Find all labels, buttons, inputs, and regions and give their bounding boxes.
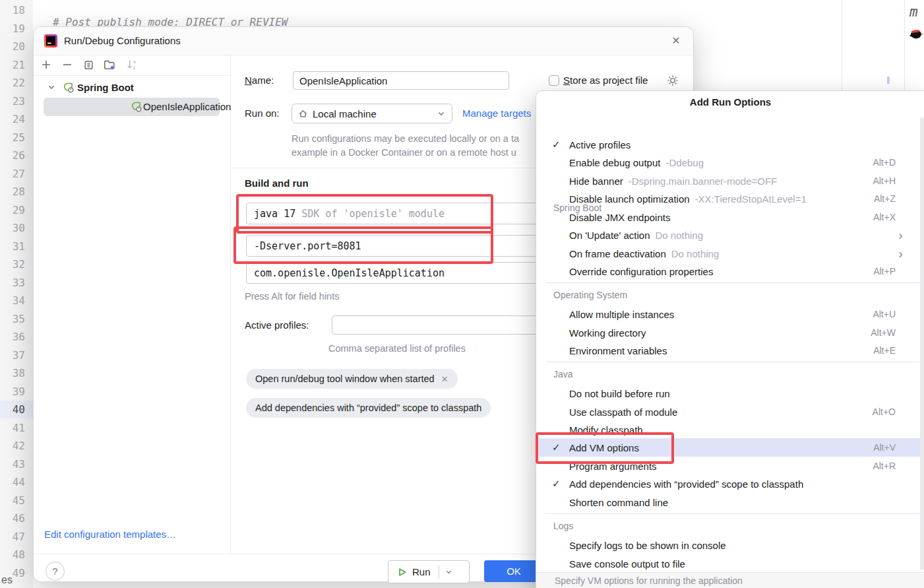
active-profiles-label: Active profiles: (245, 315, 309, 335)
line-number: 39 (0, 383, 25, 401)
line-number: 19 (0, 20, 25, 38)
line-number: 18 (0, 1, 25, 19)
edit-configuration-templates-link[interactable]: Edit configuration templates… (44, 529, 176, 540)
add-configuration-button[interactable] (40, 59, 52, 71)
main-class-value: com.openisle.OpenIsleApplication (254, 267, 445, 279)
line-number: 37 (0, 346, 25, 364)
run-on-label: Run on: (245, 104, 280, 123)
menu-item-shorten-command-line[interactable]: Shorten command line (536, 493, 924, 511)
help-button[interactable]: ? (46, 562, 65, 581)
tree-item-spring-boot[interactable]: Spring Boot (34, 79, 230, 97)
tag-open-run-tool-window[interactable]: Open run/debug tool window when started … (246, 369, 458, 389)
editor-gutter: 1819202122232425262728293031323334353637… (0, 0, 33, 588)
menu-item-disable-jmx-endpoints[interactable]: Disable JMX endpoints Alt+X (536, 208, 924, 226)
popup-scrollbar[interactable] (920, 117, 924, 570)
line-number: 29 (0, 201, 25, 219)
run-button[interactable]: Run (388, 560, 470, 583)
dialog-title: Run/Debug Configurations (64, 27, 181, 55)
line-number: 34 (0, 292, 25, 310)
add-run-options-popup: Add Run Options Spring Boot ✓ Active pro… (536, 90, 924, 588)
line-number: 28 (0, 183, 25, 201)
menu-separator (545, 362, 919, 362)
profiles-hint-text: Comma separated list of profiles (328, 343, 466, 354)
popup-status-hint: Specify VM options for running the appli… (536, 572, 924, 588)
menu-item-enable-debug-output[interactable]: Enable debug output -Ddebug Alt+D (536, 153, 924, 172)
line-number: 27 (0, 165, 25, 183)
menu-item-on-update-action[interactable]: On 'Update' action Do nothing › (536, 226, 924, 244)
line-number: 33 (0, 274, 25, 292)
store-as-project-file-checkbox[interactable] (549, 75, 559, 86)
button-divider (439, 566, 439, 579)
line-number: 42 (0, 437, 25, 455)
line-number: 36 (0, 328, 25, 346)
sort-alphabetically-button[interactable]: a z (126, 59, 138, 71)
menu-item-on-frame-deactivation[interactable]: On frame deactivation Do nothing › (536, 244, 924, 263)
section-header-operating-system: Operating System (553, 286, 627, 304)
menu-item-specify-logs[interactable]: Specify logs to be shown in console (536, 536, 924, 554)
line-number: 25 (0, 129, 25, 147)
new-folder-button[interactable] (104, 59, 115, 71)
menu-item-environment-variables[interactable]: Environment variables Alt+E (536, 341, 924, 360)
ok-button[interactable]: OK (484, 560, 543, 582)
line-number: 21 (0, 56, 25, 74)
menu-item-active-profiles[interactable]: ✓ Active profiles (536, 135, 924, 154)
manage-targets-link[interactable]: Manage targets (462, 104, 531, 123)
line-number: 38 (0, 364, 25, 382)
editor-separator (904, 0, 905, 90)
line-number: 26 (0, 147, 25, 164)
line-number: 40 (0, 401, 25, 418)
close-icon[interactable]: ✕ (668, 33, 684, 49)
line-number: 24 (0, 110, 25, 128)
menu-item-working-directory[interactable]: Working directory Alt+W (536, 323, 924, 342)
jre-hint: SDK of 'openisle' module (295, 208, 445, 220)
menu-separator (545, 513, 919, 514)
submenu-arrow-icon: › (898, 228, 903, 242)
menu-item-do-not-build-before-run[interactable]: Do not build before run (536, 384, 924, 403)
menu-item-allow-multiple-instances[interactable]: Allow multiple instances Alt+U (536, 305, 924, 323)
line-number: 31 (0, 238, 25, 255)
line-number: 32 (0, 255, 25, 273)
name-input[interactable]: OpenIsleApplication (293, 71, 509, 90)
menu-item-program-arguments[interactable]: Program arguments Alt+R (536, 457, 924, 475)
gear-icon[interactable] (667, 75, 679, 86)
store-as-project-file-label: Store as project file (563, 71, 648, 90)
line-number: 20 (0, 38, 25, 55)
play-icon (398, 568, 407, 577)
chevron-down-icon[interactable] (47, 82, 56, 92)
menu-item-add-vm-options[interactable]: ✓ Add VM options Alt+V (536, 438, 924, 457)
section-header-logs: Logs (553, 517, 573, 535)
line-number: 44 (0, 473, 25, 491)
jre-value: java 17 (254, 208, 295, 220)
menu-item-hide-banner[interactable]: Hide banner -Dspring.main.banner-mode=OF… (536, 172, 924, 190)
ide-screen: 1819202122232425262728293031323334353637… (0, 0, 924, 588)
submenu-arrow-icon: › (898, 247, 903, 260)
intellij-logo-icon (44, 34, 57, 48)
editor-separator (842, 0, 842, 90)
copy-configuration-button[interactable] (82, 59, 94, 71)
tree-item-label: Spring Boot (77, 79, 134, 97)
line-number: 43 (0, 455, 25, 473)
remove-configuration-button[interactable] (61, 59, 73, 71)
menu-item-add-provided-dependencies[interactable]: ✓ Add dependencies with “provided” scope… (536, 474, 924, 493)
tag-label: Open run/debug tool window when started (255, 374, 435, 384)
statusbar-text-fragment: es (1, 574, 13, 586)
run-button-label: Run (412, 566, 431, 577)
chevron-down-icon[interactable] (445, 568, 452, 575)
tree-item-label: OpenIsleApplication (143, 98, 231, 116)
menu-item-modify-classpath[interactable]: Modify classpath (536, 420, 924, 439)
tag-add-provided-dependencies[interactable]: Add dependencies with “provided” scope t… (246, 398, 491, 418)
menu-item-disable-launch-optimization[interactable]: Disable launch optimization -XX:TieredSt… (536, 189, 924, 208)
line-number: 35 (0, 310, 25, 328)
menu-item-save-console-output[interactable]: Save console output to file (536, 554, 924, 573)
line-number: 46 (0, 509, 25, 527)
run-on-help-line1: Run configurations may be executed local… (292, 133, 519, 144)
bird-plugin-icon (909, 26, 923, 41)
tag-close-icon[interactable]: ✕ (441, 374, 448, 384)
run-on-select[interactable]: Local machine (292, 104, 452, 123)
menu-item-override-configuration-properties[interactable]: Override configuration properties Alt+P (536, 262, 924, 280)
menu-item-use-classpath-of-module[interactable]: Use classpath of module Alt+O (536, 403, 924, 421)
line-number: 47 (0, 528, 25, 546)
tree-item-openisleapplication[interactable]: OpenIsleApplication (44, 98, 220, 116)
scroll-marker (887, 77, 890, 84)
spring-boot-icon (131, 101, 142, 112)
